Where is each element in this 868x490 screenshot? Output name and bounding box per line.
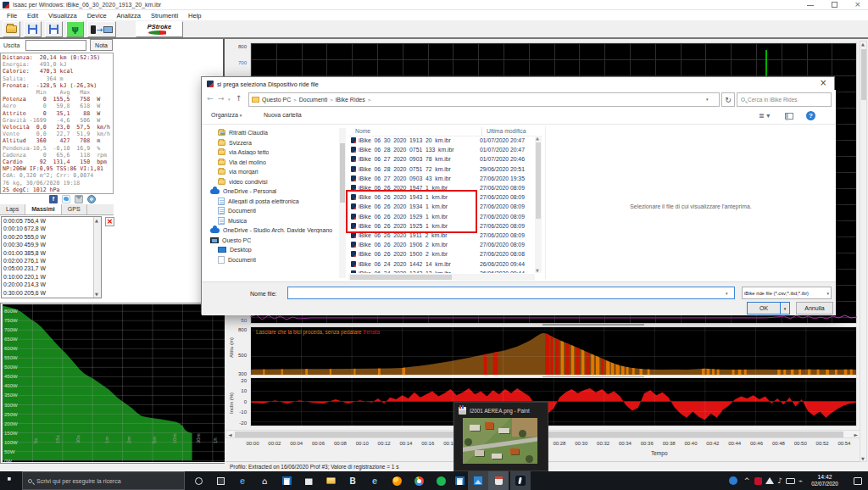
max-power-item[interactable]: 0:00:10 672,8 W	[2, 225, 101, 232]
view-options-icon[interactable]: ≣ ▾	[759, 112, 770, 120]
refresh-button[interactable]: ↻	[721, 92, 735, 107]
sidebar-folder-item[interactable]: Desktop	[203, 245, 337, 255]
save-as-button[interactable]	[45, 21, 63, 37]
scroll-up-icon[interactable]: ▲	[861, 42, 865, 47]
file-row[interactable]: iBike_06_30_2020_1913_20_km.ibr01/07/202…	[348, 136, 531, 145]
sidebar-folder-item[interactable]: Ritratti Claudia	[203, 128, 337, 138]
tab[interactable]: GPS	[62, 204, 87, 214]
breadcrumb-item[interactable]: Questo PC	[262, 97, 291, 103]
chart-splitter[interactable]	[542, 324, 644, 326]
download-from-device-button[interactable]: →	[87, 21, 116, 37]
ok-button[interactable]: OK	[747, 302, 781, 315]
max-power-item[interactable]: 0:00:05 756,4 W	[2, 217, 101, 225]
address-bar[interactable]: Questo PC>Documenti>iBike Rides>	[248, 92, 720, 107]
sidebar-folder-item[interactable]: Musica	[203, 216, 337, 226]
incline-chart[interactable]	[250, 377, 857, 426]
power-duration-chart[interactable]: 800W750W700W650W600W550W500W450W400W350W…	[3, 304, 242, 462]
sidebar-folder-item[interactable]: Via del molino	[203, 158, 337, 168]
max-power-item[interactable]: 0:02:00 276,1 W	[2, 257, 101, 264]
action-center-icon[interactable]	[848, 471, 868, 490]
isaac-taskbar-icon[interactable]	[510, 471, 531, 490]
edge-icon[interactable]: e	[232, 471, 253, 490]
paint-taskbar-preview[interactable]: I2001 AEREA.png - Paint	[453, 402, 548, 471]
max-power-item[interactable]: 0:00:20 555,0 W	[2, 233, 101, 241]
help-icon[interactable]: ?	[806, 111, 815, 120]
sidebar-folder-item[interactable]: Svizzera	[203, 138, 337, 148]
nota-button[interactable]: Nota	[90, 39, 113, 51]
facebook-icon[interactable]: f	[49, 195, 58, 203]
file-row[interactable]: iBike_06_28_2020_0751_72_km.ibr29/06/202…	[348, 164, 531, 174]
cortana-icon[interactable]	[188, 471, 209, 490]
sidebar-folder-item[interactable]: Questo PC	[203, 236, 337, 246]
sidebar-folder-item[interactable]: Documenti	[203, 255, 337, 265]
file-row[interactable]: iBike_06_24_2020_1442_14_km.ibr26/06/202…	[348, 259, 531, 268]
file-explorer-icon[interactable]	[320, 471, 341, 490]
sidebar-folder-item[interactable]: via Asiago tetto	[203, 148, 337, 158]
scrollbar-thumb[interactable]	[861, 49, 866, 100]
photos-icon[interactable]	[468, 471, 488, 490]
outlook-icon[interactable]	[276, 471, 297, 490]
tray-chevron-icon[interactable]: ^	[741, 471, 753, 490]
tray-link-icon[interactable]: ⌁	[796, 471, 805, 490]
sidebar-folder-item[interactable]: Documenti	[203, 206, 337, 216]
sidebar-folder-item[interactable]: Allegati di posta elettronica	[203, 197, 337, 207]
max-power-item[interactable]: 0:05:00 231,7 W	[2, 264, 101, 272]
file-row[interactable]: iBike_06_28_2020_0751_133_km.ibr01/07/20…	[348, 145, 531, 154]
email-icon[interactable]	[75, 195, 83, 203]
scroll-right-icon[interactable]: ►	[854, 432, 858, 437]
sidebar-folder-item[interactable]: OneDrive - Studio Arch. Davide Vergnano	[203, 226, 337, 236]
search-box[interactable]: Cerca in iBike Rides	[737, 92, 832, 107]
tab[interactable]: Laps	[0, 204, 25, 214]
task-view-icon[interactable]	[210, 471, 231, 490]
column-header-ultima-modifica[interactable]: Ultima modifica	[487, 128, 526, 134]
lap-list-scrollbar[interactable]: ▲ ▼	[93, 217, 101, 298]
nuova-cartella-button[interactable]: Nuova cartella	[264, 112, 302, 118]
maximize-button[interactable]	[832, 2, 837, 8]
outlook-mail-icon[interactable]	[449, 471, 470, 490]
annulla-button[interactable]: Annulla	[796, 302, 833, 315]
sidebar-folder-item[interactable]: video condivisi	[203, 177, 337, 187]
scroll-left-icon[interactable]: ◄	[228, 432, 232, 437]
paint-taskbar-icon[interactable]	[488, 471, 509, 490]
menu-item[interactable]: Help	[184, 12, 205, 19]
tray-network-icon[interactable]	[764, 471, 775, 490]
scroll-up-icon[interactable]: ▲	[95, 218, 98, 223]
max-power-item[interactable]: 0:20:00 214,3 W	[2, 281, 101, 288]
breadcrumb-item[interactable]: iBike Rides	[336, 97, 365, 103]
breadcrumb-item[interactable]: Documenti	[299, 97, 327, 103]
menu-item[interactable]: Edit	[23, 12, 42, 19]
elevation-chart[interactable]: Lasciare che la bici proceda, senza peda…	[250, 326, 857, 376]
delete-lap-button[interactable]: ×	[105, 217, 114, 226]
web-share-icon[interactable]	[87, 195, 96, 203]
file-row[interactable]: iBike_06_27_2020_0903_78_km.ibr01/07/202…	[348, 154, 531, 164]
file-row[interactable]: iBike_06_26_2020_1906_2_km.ibr27/06/2020…	[348, 240, 531, 249]
pstroke-button[interactable]: PStroke	[136, 21, 183, 37]
store-icon[interactable]	[298, 471, 319, 490]
minimize-button[interactable]	[807, 5, 814, 6]
column-header-nome[interactable]: Nome	[355, 128, 370, 134]
scroll-down-icon[interactable]: ▼	[95, 292, 98, 297]
max-power-item[interactable]: 0:30:00 205,6 W	[2, 289, 101, 297]
file-row[interactable]: iBike_06_27_2020_0903_43_km.ibr27/06/202…	[348, 174, 531, 183]
up-icon[interactable]: ↑	[236, 94, 242, 103]
taskbar-clock[interactable]: 14:42 02/07/2020	[805, 473, 844, 488]
scroll-down-icon[interactable]: ▼	[861, 456, 865, 461]
tray-antivirus-icon[interactable]	[753, 471, 764, 490]
file-row[interactable]: iBike_06_26_2020_1900_2_km.ibr27/06/2020…	[348, 249, 531, 259]
sidebar-folder-item[interactable]: OneDrive - Personal	[203, 187, 337, 197]
chrome-icon[interactable]	[409, 471, 429, 490]
forward-icon[interactable]: →	[218, 94, 225, 103]
menu-item[interactable]: Visualizza	[44, 12, 81, 19]
tray-keyboard-icon[interactable]	[785, 471, 796, 490]
chart-vertical-scrollbar[interactable]: ▲ ▼	[860, 41, 867, 462]
file-list-scrollbar[interactable]: ▲▼	[535, 136, 542, 273]
title-bar[interactable]: Isaac per Windows: iBike_06_30_2020_1913…	[0, 0, 868, 10]
menu-item[interactable]: Strumenti	[147, 12, 182, 19]
usb-device-button[interactable]: ψ	[66, 21, 84, 37]
organizza-menu[interactable]: Organizza ▾	[211, 112, 242, 118]
taskbar-search[interactable]: Scrivi qui per eseguire la ricerca	[22, 471, 185, 490]
paint-preview-thumbnail[interactable]	[463, 418, 537, 464]
file-row[interactable]: iBike_06_24_2020_1343_13_km.ibr26/06/202…	[348, 269, 531, 273]
menu-item[interactable]: Device	[83, 12, 111, 19]
uscita-input[interactable]	[25, 40, 86, 51]
